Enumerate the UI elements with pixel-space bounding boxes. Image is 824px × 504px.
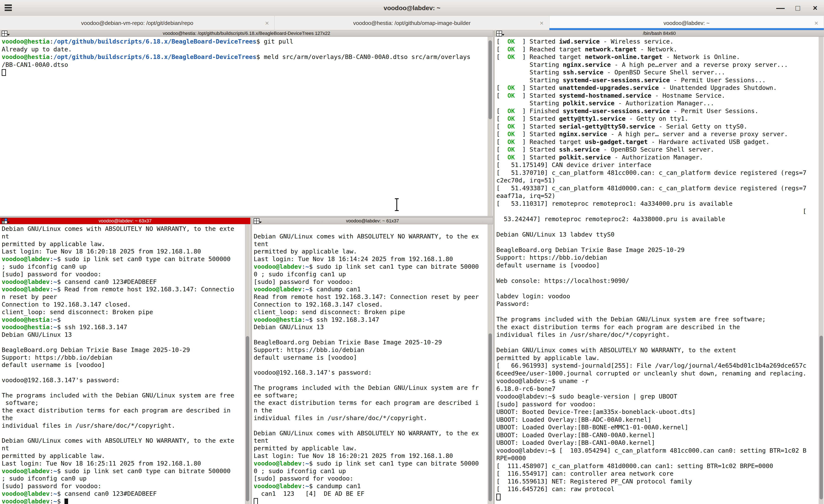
terminal-line: nt [2,233,244,240]
terminal-line [2,369,244,377]
terminator-group-icon[interactable] [2,31,9,36]
terminator-group-icon[interactable] [496,31,504,36]
scrollbar-thumb[interactable] [820,336,823,499]
terminal-line: [ OK ] Started polkit.service - Authoriz… [496,154,818,161]
terminal-line: ; sudo ifconfig can0 up [2,475,244,483]
maximize-button[interactable]: □ [793,3,803,13]
terminal-line [2,339,244,346]
terminal-line: permitted by applicable law. [254,444,487,452]
tab-debian-vm-repo[interactable]: voodoo@debian-vm-repo: /opt/git/debian/r… [0,16,275,30]
scrollbar[interactable] [819,37,824,504]
terminal-line [254,498,487,504]
pane-right: /bin/bash 84x60 [ OK ] Started iwd.servi… [495,30,824,504]
terminal-top-left[interactable]: voodoo@hestia:/opt/github/buildscripts/6… [0,37,493,216]
tab-hestia-omap-image-builder[interactable]: voodoo@hestia: /opt/github/omap-image-bu… [275,16,549,30]
terminal-line: default username is [voodoo] [496,262,818,269]
pane-title-right[interactable]: /bin/bash 84x60 [495,30,824,37]
terminal-bottom-middle[interactable]: Debian GNU/Linux comes with ABSOLUTELY N… [252,224,493,504]
terminal-line: [ OK ] Reached target network.target - N… [496,45,818,53]
minimize-button[interactable]: — [776,3,785,13]
terminal-line: The programs included with the Debian GN… [254,384,487,392]
terminal-line: [ OK ] Finished systemd-user-sessions.se… [496,107,818,115]
terminal-line: /BB-CAN1-00A0.dtso [2,61,487,69]
terminal-line: Last login: Tue Nov 18 16:25:11 2025 fro… [2,460,244,468]
terminal-line: individual files in /usr/share/doc/*/cop… [2,422,244,429]
terminal-line: [ OK ] Started unattended-upgrades.servi… [496,84,818,92]
terminal-line: Last login: Tue Nov 18 16:14:24 2025 fro… [254,256,487,263]
terminal-line: Debian GNU/Linux comes with ABSOLUTELY N… [2,225,244,233]
terminal-line: individual files in /usr/share/doc/*/cop… [496,331,818,339]
terminal-line: Starting polkit.service - Authorization … [496,99,818,107]
terminal-line: [ [496,207,818,215]
terminal-line [254,331,487,339]
terminal-line: can1 123 [4] DE AD BE EF [254,490,487,498]
terminal-line: Connection to 192.168.3.147 closed. [2,301,244,308]
scrollbar-thumb[interactable] [489,40,492,119]
pane-title-bottom-left-active[interactable]: voodoo@labdev: ~ 63x37 [0,218,250,224]
terminal-line: Debian GNU/Linux comes with ABSOLUTELY N… [254,233,487,240]
terminal-bottom-left[interactable]: Debian GNU/Linux comes with ABSOLUTELY N… [0,224,250,504]
terminal-line: [ OK ] Started serial-getty@ttyS0.servic… [496,123,818,130]
terminal-line: voodoo@hestia:/opt/github/buildscripts/6… [2,38,487,45]
tab-label: voodoo@labdev: ~ [663,20,710,26]
terminal-line [2,69,487,76]
tab-close-icon[interactable]: × [540,19,544,27]
terminal-line: eaaf71a, irq=52) [496,192,818,200]
pane-title-bottom-middle[interactable]: voodoo@labdev: ~ 61x37 [252,218,493,224]
terminator-group-icon[interactable] [254,218,261,224]
terminal-line: UBOOT: Loaded Overlay:[BB-ADC-00A0.kerne… [496,416,818,424]
terminal-line: 6ceed9ee/user-1000.journal corrupted or … [496,370,818,377]
terminal-line: [ OK ] Started getty@tty1.service - Gett… [496,115,818,123]
terminal-line: permitted by applicable law. [496,354,818,362]
terminal-line [496,285,818,292]
terminal-line: UBOOT: Loaded Overlay:[BB-CAN1-00A0.kern… [496,439,818,447]
terminal-line: [ 53.110317] remoteproc remoteproc1: 4a3… [496,200,818,208]
scrollbar[interactable] [488,224,493,504]
terminal-line: The programs included with the Debian GN… [2,392,244,399]
terminal-line: [ 51.493387] c_can_platform 481d0000.can… [496,184,818,192]
scrollbar[interactable] [488,37,493,216]
text-cursor-hollow [254,498,258,504]
terminal-line: UBOOT: Booted Device-Tree:[am335x-bonebl… [496,408,818,416]
terminal-line: voodoo@hestia:~$ ssh 192.168.3.147 [2,323,244,331]
terminal-line: default username is [voodoo] [254,354,487,362]
scrollbar-thumb[interactable] [246,336,249,501]
terminal-line: ee software; [254,392,487,399]
terminal-line: the [2,414,244,422]
terminal-line [496,493,818,501]
tab-close-icon[interactable]: × [265,19,269,27]
terminal-line: voodoo@labdev:~$ sudo ip link set can0 t… [2,256,244,263]
terminal-line: Debian GNU/Linux comes with ABSOLUTELY N… [2,437,244,444]
terminal-line: permitted by applicable law. [2,452,244,460]
terminal-line: Starting systemd-user-sessions.service -… [496,76,818,84]
scrollbar-thumb[interactable] [489,333,492,501]
window-titlebar[interactable]: voodoo@labdev: ~ — □ × [0,0,824,16]
pane-title-text: voodoo@labdev: ~ 61x37 [346,218,399,223]
terminal-line: BeagleBoard.org Debian Trixie Base Image… [254,339,487,346]
tab-labdev-active[interactable]: voodoo@labdev: ~ × [549,16,824,30]
pane-top-left: voodoo@hestia: /opt/github/buildscripts/… [0,30,493,216]
terminal-line: nt [2,444,244,452]
terminal-line: [ 116.554917] can: controller area netwo… [496,470,818,478]
terminal-line: [ OK ] Reached target network-online.tar… [496,53,818,61]
pane-bottom-left: voodoo@labdev: ~ 63x37 Debian GNU/Linux … [0,218,250,504]
tab-close-icon[interactable]: × [814,19,818,27]
pane-title-text: voodoo@labdev: ~ 63x37 [99,218,151,223]
pane-title-top-left[interactable]: voodoo@hestia: /opt/github/buildscripts/… [0,30,493,37]
terminal-line: voodoo@labdev:~$ sudo ip link set can0 t… [2,468,244,475]
terminal-line [254,361,487,369]
text-cursor-solid [65,499,68,504]
close-button[interactable]: × [811,3,820,13]
terminal-line: BeagleBoard.org Debian Trixie Base Image… [2,346,244,354]
terminal-line: Password: [496,300,818,308]
terminal-line: voodoo@labdev:~$ cansend can0 123#DEADBE… [2,278,244,286]
terminator-group-icon[interactable] [2,218,9,224]
terminal-right[interactable]: [ OK ] Started iwd.service - Wireless se… [495,37,824,504]
terminal-line: UBOOT: Loaded Overlay:[BB-BONE-eMMC1-01-… [496,423,818,431]
terminal-line: voodoo@hestia:~$ [2,316,244,324]
terminal-line: Starting ssh.service - OpenBSD Secure Sh… [496,69,818,76]
terminal-line: n reset by peer [2,293,244,301]
terminal-line: individual files in /usr/share/doc/*/cop… [254,414,487,422]
text-cursor-hollow [496,494,501,500]
scrollbar[interactable] [245,224,250,504]
